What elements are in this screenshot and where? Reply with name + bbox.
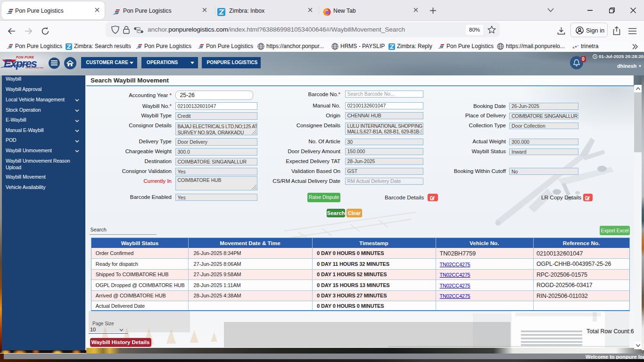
svg-text:On time every time: On time every time — [25, 66, 44, 69]
